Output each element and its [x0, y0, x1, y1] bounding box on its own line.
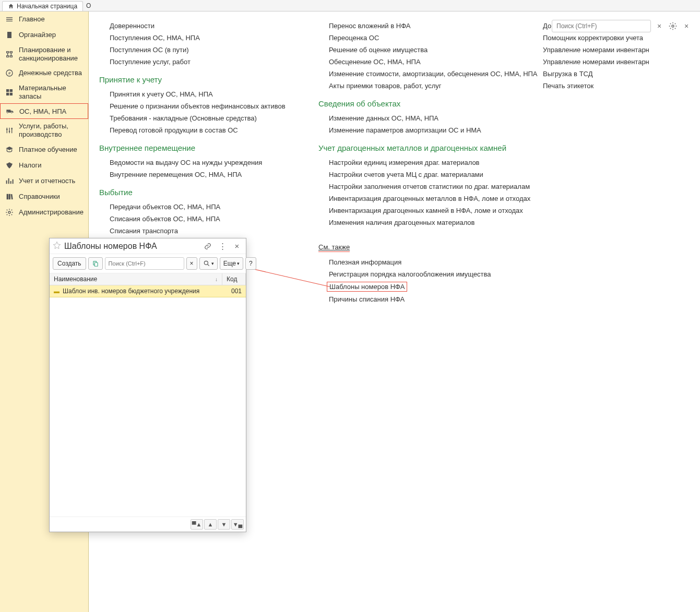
link-item[interactable]: Ведомости на выдачу ОС на нужды учрежден…	[99, 157, 298, 169]
link-item[interactable]: Решение об оценке имущества	[318, 44, 522, 56]
row-name: Шаблон инв. номеров бюджетного учреждени…	[63, 287, 199, 295]
link-item[interactable]: Инвентаризация драгоценных металлов в НФ…	[318, 193, 522, 205]
link-icon[interactable]	[202, 241, 213, 252]
gear-icon	[669, 22, 677, 30]
section-heading[interactable]: Внутреннее перемещение	[99, 143, 298, 152]
more-menu-icon[interactable]: ⋮	[217, 241, 228, 252]
home-icon	[8, 3, 14, 9]
sidebar-item-ref[interactable]: Справочники	[0, 189, 88, 205]
books-icon	[5, 193, 14, 201]
dialog-search-input[interactable]	[105, 257, 184, 270]
link-item[interactable]: Поступление услуг, работ	[99, 56, 298, 68]
find-button[interactable]: ▾	[199, 257, 218, 270]
link-item[interactable]: Перенос вложений в НФА	[318, 20, 522, 32]
link-item[interactable]: Внутренние перемещения ОС, НМА, НПА	[99, 169, 298, 181]
sidebar-item-money[interactable]: ₽Денежные средства	[0, 65, 88, 81]
link-item[interactable]: Поступления ОС, НМА, НПА	[99, 32, 298, 44]
more-button[interactable]: Еще▾	[220, 257, 243, 270]
link-templates-nfa[interactable]: Шаблоны номеров НФА	[327, 282, 407, 292]
create-button[interactable]: Создать	[53, 257, 86, 270]
link-item[interactable]: Регистрация порядка налогообложения имущ…	[318, 268, 522, 280]
search-input[interactable]	[552, 20, 651, 32]
link-item[interactable]: Решение о признании объектов нефинансовы…	[99, 100, 298, 112]
close-panel-button[interactable]: ×	[681, 21, 692, 31]
link-item[interactable]: Списания объектов ОС, НМА, НПА	[99, 213, 298, 225]
link-item[interactable]: Изменения наличия драгоценных материалов	[318, 217, 522, 229]
link-item[interactable]: Принятия к учету ОС, НМА, НПА	[99, 88, 298, 100]
link-item[interactable]: Передачи объектов ОС, НМА, НПА	[99, 201, 298, 213]
scroll-top-button[interactable]: ▀▲	[191, 519, 203, 530]
scroll-down-button[interactable]: ▼	[218, 519, 230, 530]
link-item[interactable]: Требования - накладные (Основные средств…	[99, 112, 298, 124]
graduate-icon	[5, 146, 14, 154]
help-button[interactable]: ?	[245, 257, 256, 270]
scroll-up-button[interactable]: ▲	[204, 519, 217, 530]
link-item[interactable]: Изменение данных ОС, НМА, НПА	[318, 112, 522, 124]
link-item[interactable]: Настройки заполнения отчетов статистики …	[318, 181, 522, 193]
sidebar-item-main[interactable]: Главное	[0, 11, 88, 27]
settings-button[interactable]	[668, 21, 678, 31]
link-item[interactable]: Управление номерами инвентарн	[543, 44, 658, 56]
see-also-heading: См. также	[318, 243, 350, 252]
sliders-icon	[5, 126, 14, 135]
flow-icon	[5, 50, 14, 58]
link-item[interactable]: Акты приемки товаров, работ, услуг	[318, 80, 522, 92]
sidebar-item-organizer[interactable]: Органайзер	[0, 27, 88, 43]
table-header-name[interactable]: Наименование↓	[50, 273, 222, 285]
sidebar-item-mat[interactable]: Материальные запасы	[0, 81, 88, 103]
link-item[interactable]: Настройки счетов учета МЦ с драг. матери…	[318, 169, 522, 181]
search-icon	[203, 260, 210, 267]
link-item[interactable]: Причины списания НФА	[318, 293, 522, 305]
section-heading[interactable]: Сведения об объектах	[318, 99, 522, 108]
sidebar-item-services[interactable]: Услуги, работы, производство	[0, 119, 88, 141]
svg-point-2	[6, 129, 8, 130]
scroll-bottom-button[interactable]: ▼▄	[231, 519, 244, 530]
sidebar-item-os[interactable]: ОС, НМА, НПА	[0, 103, 88, 119]
tab-home[interactable]: Начальная страница	[2, 1, 83, 11]
link-item[interactable]: Изменение параметров амортизации ОС и НМ…	[318, 124, 522, 136]
clear-search-button[interactable]: ×	[186, 257, 197, 270]
table-header-code[interactable]: Код	[222, 273, 246, 285]
tab-home-label: Начальная страница	[17, 3, 77, 10]
sidebar-item-plan[interactable]: Планирование и санкционирование	[0, 43, 88, 65]
sort-asc-icon: ↓	[215, 277, 218, 282]
link-item[interactable]: Настройки единиц измерения драг. материа…	[318, 157, 522, 169]
close-dialog-button[interactable]: ×	[231, 241, 243, 252]
truck-icon	[6, 107, 14, 115]
link-item[interactable]: Управление номерами инвентарн	[543, 56, 658, 68]
tab-truncated[interactable]: О	[83, 1, 94, 10]
link-item[interactable]: Инвентаризация драгоценных камней в НФА,…	[318, 205, 522, 217]
link-item[interactable]: Доверенности	[99, 20, 298, 32]
link-item[interactable]: Выгрузка в ТСД	[543, 68, 658, 80]
sidebar-item-report[interactable]: Учет и отчетность	[0, 173, 88, 189]
sidebar-item-tax[interactable]: Налоги	[0, 158, 88, 173]
link-item[interactable]: Обесценение ОС, НМА, НПА	[318, 56, 522, 68]
menu-icon	[5, 15, 14, 23]
copy-button[interactable]	[88, 257, 103, 270]
link-item[interactable]: Переоценка ОС	[318, 32, 522, 44]
eagle-icon	[5, 161, 14, 170]
dialog-templates: Шаблоны номеров НФА ⋮ × Создать × ▾ Еще▾…	[49, 238, 246, 532]
table-row[interactable]: ▬Шаблон инв. номеров бюджетного учрежден…	[50, 285, 246, 297]
copy-icon	[92, 260, 99, 267]
link-item[interactable]: Изменение стоимости, амортизации, обесце…	[318, 68, 522, 80]
link-item[interactable]: Полезная информация	[318, 256, 522, 268]
section-heading[interactable]: Учет драгоценных металлов и драгоценных …	[318, 143, 522, 152]
link-item[interactable]: Поступления ОС (в пути)	[99, 44, 298, 56]
sidebar-item-education[interactable]: Платное обучение	[0, 142, 88, 158]
sidebar-item-admin[interactable]: Администрирование	[0, 205, 88, 220]
row-code: 001	[222, 285, 246, 297]
section-heading[interactable]: Выбытие	[99, 188, 298, 197]
dialog-title: Шаблоны номеров НФА	[64, 242, 199, 251]
grid-icon	[5, 88, 14, 97]
link-item[interactable]: Перевод готовой продукции в состав ОС	[99, 124, 298, 136]
favorite-icon[interactable]	[53, 241, 61, 251]
svg-point-5	[8, 211, 10, 213]
link-item[interactable]: Списания транспорта	[99, 225, 298, 237]
svg-point-4	[11, 128, 13, 129]
clear-search-button[interactable]: ×	[654, 21, 665, 31]
link-item[interactable]: Печать этикеток	[543, 80, 658, 92]
link-item[interactable]: Помощник корректировки учета	[543, 32, 658, 44]
gear-icon	[5, 208, 14, 217]
section-heading[interactable]: Принятие к учету	[99, 75, 298, 84]
